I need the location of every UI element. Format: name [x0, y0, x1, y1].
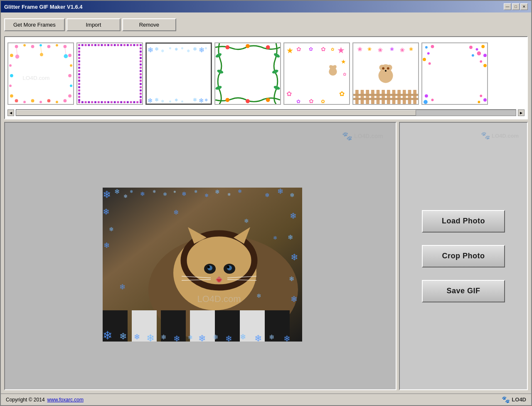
svg-point-193: [477, 51, 481, 55]
svg-rect-40: [101, 44, 103, 46]
svg-text:❄: ❄: [204, 98, 208, 102]
website-link[interactable]: www.foxarc.com: [47, 397, 84, 403]
svg-text:❄: ❄: [114, 188, 120, 195]
svg-point-30: [64, 54, 68, 58]
svg-point-7: [64, 45, 67, 48]
svg-text:❄: ❄: [148, 46, 153, 54]
svg-point-208: [478, 101, 480, 103]
svg-point-206: [480, 95, 482, 97]
svg-rect-0: [8, 43, 73, 104]
svg-text:❄: ❄: [109, 226, 114, 233]
svg-text:❀: ❀: [400, 47, 405, 53]
svg-point-24: [68, 94, 71, 98]
svg-text:❄: ❄: [291, 295, 298, 304]
frame-thumb-7[interactable]: [421, 42, 488, 105]
svg-rect-52: [140, 44, 142, 46]
save-gif-button[interactable]: Save GIF: [422, 280, 505, 302]
svg-point-17: [47, 99, 51, 102]
svg-point-195: [483, 54, 487, 57]
svg-rect-41: [104, 44, 106, 46]
minimize-button[interactable]: —: [504, 3, 511, 10]
crop-photo-button[interactable]: Crop Photo: [422, 245, 505, 267]
svg-rect-75: [140, 64, 142, 66]
svg-rect-53: [78, 47, 80, 50]
svg-point-26: [15, 54, 20, 59]
svg-rect-79: [140, 77, 142, 79]
svg-point-11: [9, 84, 12, 87]
svg-rect-90: [88, 101, 90, 103]
frames-scrollbar: ◀ ▶: [7, 109, 525, 116]
import-button[interactable]: Import: [66, 18, 121, 31]
svg-point-12: [10, 94, 13, 98]
maximize-button[interactable]: □: [512, 3, 520, 10]
svg-text:✿: ✿: [321, 99, 325, 104]
scroll-left-button[interactable]: ◀: [7, 109, 14, 116]
close-button[interactable]: ✕: [520, 3, 528, 10]
load-photo-button[interactable]: Load Photo: [422, 210, 505, 233]
copyright-text: Copyright © 2014: [6, 397, 45, 403]
remove-button[interactable]: Remove: [122, 18, 176, 31]
preview-image-wrapper: LO4D.com ❄ ❄ ❄ ❄ ❄ ❄ ❄ ❄ ❄ ❄ ❄ ❄: [99, 173, 302, 339]
svg-rect-100: [120, 101, 122, 103]
svg-text:❄: ❄: [153, 189, 156, 194]
svg-point-222: [227, 266, 229, 268]
svg-rect-64: [78, 83, 80, 85]
toolbar: Get More Frames Import Remove: [4, 16, 528, 34]
svg-point-3: [31, 45, 34, 48]
svg-text:❀: ❀: [390, 46, 394, 52]
svg-text:❄: ❄: [181, 47, 184, 50]
get-more-frames-button[interactable]: Get More Frames: [4, 18, 65, 31]
svg-text:✿: ✿: [296, 46, 301, 52]
svg-text:❄: ❄: [240, 333, 246, 341]
svg-point-190: [469, 46, 473, 49]
svg-text:❄: ❄: [244, 218, 249, 224]
svg-rect-48: [127, 44, 129, 46]
svg-rect-43: [111, 44, 113, 46]
frame-thumb-5[interactable]: ★ ★ ✿ ✿ ✿ ✿ ✿ ✿ ✿ ✿ ✿ ★: [283, 42, 350, 105]
frame-thumb-2[interactable]: [76, 42, 143, 105]
svg-point-23: [70, 84, 72, 87]
svg-text:★: ★: [286, 46, 293, 55]
svg-text:❄: ❄: [134, 333, 140, 341]
svg-point-158: [329, 65, 332, 69]
svg-text:★: ★: [337, 45, 345, 55]
svg-rect-81: [140, 83, 142, 85]
app-window: Glitter Frame GIF Maker V1.6.4 — □ ✕ Get…: [0, 0, 532, 406]
svg-text:❄: ❄: [175, 98, 178, 102]
svg-text:❄: ❄: [213, 334, 218, 341]
svg-text:✿: ✿: [321, 46, 326, 52]
svg-rect-67: [78, 93, 80, 95]
svg-rect-103: [130, 101, 132, 103]
frame-thumb-4[interactable]: [214, 42, 281, 105]
svg-rect-97: [111, 101, 113, 103]
svg-point-221: [207, 266, 210, 268]
scroll-right-button[interactable]: ▶: [518, 109, 525, 116]
svg-rect-36: [88, 44, 90, 46]
svg-point-194: [472, 54, 474, 57]
frame-thumb-3[interactable]: ❄ ❄ ❄ ❄ ❄ ❄ ❄ ❄ ❄ ❄ ❄ ❄ ❄: [145, 42, 212, 105]
scrollbar-track[interactable]: [16, 109, 516, 116]
svg-rect-58: [78, 64, 80, 66]
frame-thumb-1[interactable]: LO4D.com: [7, 42, 74, 105]
svg-point-18: [56, 101, 58, 103]
svg-rect-127: [215, 43, 280, 104]
svg-text:❀: ❀: [357, 46, 362, 52]
svg-text:LO4D.com: LO4D.com: [22, 75, 49, 81]
svg-rect-34: [81, 44, 84, 46]
svg-rect-80: [140, 80, 142, 82]
right-panel: 🐾 LO4D.com Load Photo Crop Photo Save GI…: [399, 122, 528, 390]
svg-text:❄: ❄: [148, 97, 153, 104]
frame-thumb-6[interactable]: ❀ ❀ ❀ ❀ ❀ ❀: [352, 42, 419, 105]
svg-text:❄: ❄: [161, 99, 164, 104]
svg-rect-55: [78, 54, 80, 56]
svg-point-15: [31, 99, 34, 102]
svg-rect-39: [98, 44, 100, 46]
svg-rect-73: [140, 57, 142, 59]
scrollbar-thumb[interactable]: [16, 110, 416, 116]
svg-text:❄: ❄: [283, 334, 291, 342]
svg-point-5: [47, 45, 51, 48]
svg-point-192: [481, 45, 485, 48]
svg-point-139: [225, 98, 229, 102]
svg-point-28: [40, 53, 43, 56]
svg-rect-175: [353, 98, 418, 100]
